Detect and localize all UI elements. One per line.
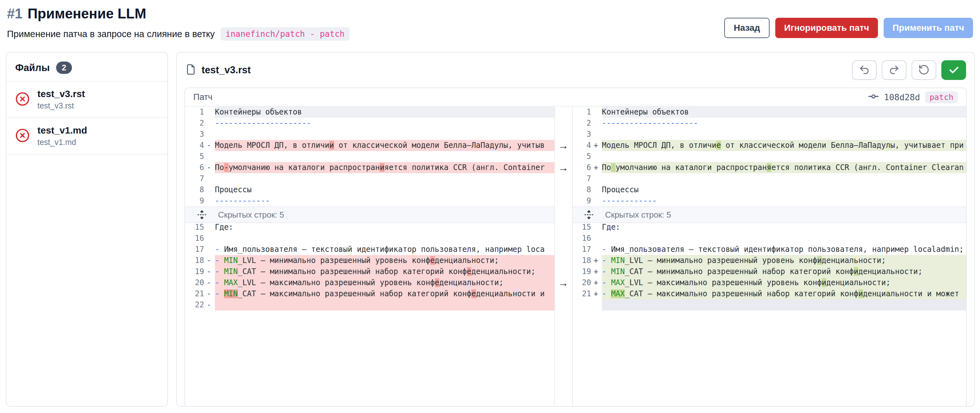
line-number: 1: [185, 107, 207, 118]
line-number: 21: [185, 289, 207, 300]
code-segment: денциальности;: [435, 256, 499, 265]
code-line: - MAX_LVL — максимально разрешенный уров…: [602, 277, 966, 289]
code-segment: Где:: [602, 223, 620, 231]
hidden-lines-bar[interactable]: Скрытых строк: 5: [185, 206, 554, 223]
gutter-cell: [554, 184, 572, 195]
code-segment: Где:: [215, 223, 233, 231]
diff-marker: [593, 118, 602, 129]
code-segment: Контейнеры объектов: [602, 107, 689, 116]
commit-icon: [868, 91, 879, 103]
code-segment: ется политика CCR (англ. Container Clear…: [772, 163, 964, 172]
gutter-cell: [554, 107, 572, 118]
file-item-test_v3[interactable]: test_v3.rst test_v3.rst: [6, 81, 167, 118]
diff-row: 17- Имя_пользователя — текстовый идентиф…: [185, 244, 966, 255]
line-number: 7: [572, 173, 593, 184]
gutter-cell: →: [554, 277, 572, 289]
code-line: [215, 173, 554, 184]
line-number: 9: [572, 195, 593, 206]
hidden-lines-bar[interactable]: Скрытых строк: 5: [572, 206, 966, 223]
unfold-icon[interactable]: [197, 210, 207, 220]
code-segment: умолчанию на каталоги распростран: [229, 163, 380, 172]
line-number: 19: [185, 266, 207, 277]
code-segment: _CAT — минимально разрешенный набор кате…: [625, 267, 854, 276]
gutter-cell: [554, 266, 572, 277]
code-segment: от классической модели Белла–ЛаПадулы, у…: [721, 141, 964, 150]
code-segment: и: [329, 141, 334, 150]
code-segment: _CAT — минимально разрешенный набор кате…: [238, 267, 466, 276]
gutter-cell: [554, 118, 572, 129]
code-segment: е: [467, 267, 471, 276]
approve-check-icon: [948, 64, 960, 77]
diff-row: 21-- MIN_CAT — максимально разрешенный н…: [185, 289, 966, 300]
ignore-patch-button[interactable]: Игнорировать патч: [775, 18, 878, 38]
code-segment: и: [854, 267, 858, 276]
diff-row: 9------------9------------: [185, 195, 966, 206]
line-number: 18: [572, 255, 593, 266]
undo-icon: [859, 64, 870, 77]
line-number: 20: [572, 277, 593, 289]
code-segment: По: [215, 163, 224, 172]
back-button[interactable]: Назад: [724, 18, 770, 38]
undo-button[interactable]: [852, 60, 877, 80]
unfold-icon[interactable]: [584, 210, 593, 220]
code-line: Контейнеры объектов: [215, 107, 554, 118]
patch-card: Патч 108d28d patch 1Контейнеры объектов1…: [185, 88, 967, 407]
code-segment: и: [380, 163, 384, 172]
code-segment: По: [602, 163, 611, 172]
diff-row: 18-- MIN_LVL — минимально разрешенный ур…: [185, 255, 966, 266]
gutter-cell: →: [554, 140, 572, 151]
approve-button[interactable]: [941, 60, 966, 80]
page-title: Применение LLM: [27, 6, 146, 22]
gutter-cell: [554, 206, 572, 223]
code-segment: денциальности;: [858, 267, 922, 276]
apply-patch-button[interactable]: Применить патч: [884, 18, 973, 38]
code-segment: е: [716, 141, 721, 150]
diff-row: 6-По-умолчанию на каталоги распространия…: [185, 162, 966, 173]
diff-marker: -: [207, 300, 215, 311]
hidden-lines-row: Скрытых строк: 5Скрытых строк: 5: [185, 206, 966, 222]
diff-marker: +: [593, 140, 602, 151]
code-line: Модель МРОСЛ ДП, в отличии от классическ…: [215, 140, 554, 151]
diff-row: 55: [185, 151, 966, 162]
diff-row: 15Где:15Где:: [185, 222, 966, 233]
code-line: - Имя_пользователя — текстовый идентифик…: [215, 244, 554, 255]
line-number: 5: [572, 151, 593, 162]
line-number: 6: [572, 162, 593, 173]
line-number: 16: [185, 233, 207, 244]
code-segment: -: [215, 267, 224, 276]
files-panel-header: Файлы 2: [6, 53, 167, 81]
diff-marker: [207, 195, 215, 206]
files-count-badge: 2: [56, 62, 72, 74]
code-segment: ------------: [215, 196, 270, 205]
line-number: 17: [572, 244, 593, 255]
code-line: [602, 151, 966, 162]
diff-marker: [593, 173, 602, 184]
gutter-cell: [554, 255, 572, 266]
line-number: 4: [572, 140, 593, 151]
diff-marker: -: [207, 162, 215, 173]
file-item-test_v1[interactable]: test_v1.md test_v1.md: [6, 118, 167, 155]
code-line: [215, 233, 554, 244]
code-line: [215, 151, 554, 162]
code-segment: -: [215, 278, 224, 287]
line-number: [572, 300, 593, 311]
reset-button[interactable]: [912, 60, 936, 80]
code-segment: е: [435, 278, 439, 287]
patch-title: Патч: [193, 92, 212, 102]
gutter-cell: [554, 222, 572, 233]
patch-header: Патч 108d28d patch: [185, 88, 966, 107]
gutter-cell: [554, 129, 572, 140]
code-segment: е: [430, 256, 434, 265]
redo-button[interactable]: [882, 60, 907, 80]
document-icon: [185, 63, 197, 77]
code-segment: денциальности;: [822, 256, 886, 265]
code-segment: _LVL — минимально разрешенный уровень ко…: [238, 256, 430, 265]
code-segment: ---------------------: [602, 119, 698, 128]
code-line: - MAX_CAT — максимально разрешенный набо…: [602, 289, 966, 300]
circle-x-icon: [15, 128, 30, 144]
code-line: Модель МРОСЛ ДП, в отличие от классическ…: [602, 140, 966, 151]
diff-row: 77: [185, 173, 966, 184]
code-line: [602, 233, 966, 244]
diff-marker: +: [593, 266, 602, 277]
diff-marker: [593, 151, 602, 162]
